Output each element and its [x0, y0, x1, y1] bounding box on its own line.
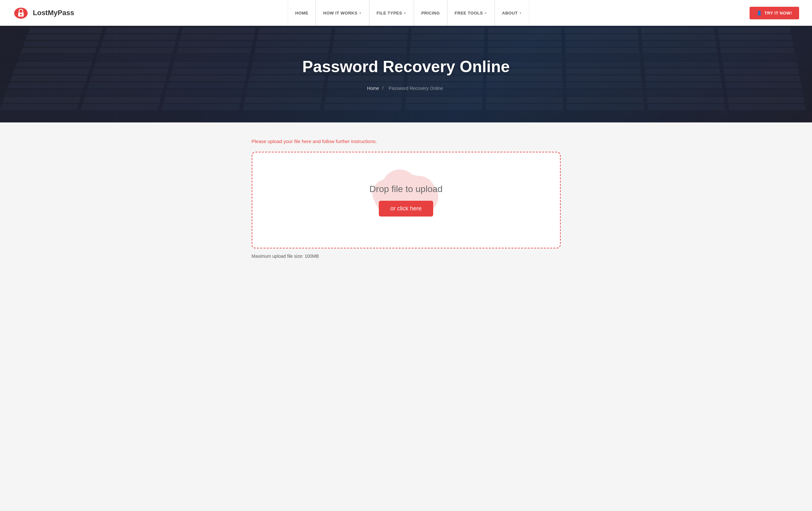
breadcrumb-separator: / — [382, 86, 384, 91]
svg-rect-11 — [422, 226, 432, 228]
chevron-down-icon: ▼ — [403, 11, 406, 15]
hero-content: Password Recovery Online Home / Password… — [302, 57, 510, 91]
nav-link-pricing[interactable]: PRICING — [414, 0, 447, 26]
navbar: LostMyPass HOME HOW IT WORKS ▼ FILE TYPE… — [0, 0, 812, 26]
svg-marker-9 — [390, 215, 422, 232]
chevron-down-icon: ▼ — [484, 11, 487, 15]
nav-item-about: ABOUT ▼ — [495, 0, 529, 26]
nav-item-how-it-works: HOW IT WORKS ▼ — [316, 0, 369, 26]
nav-link-free-tools[interactable]: FREE TOOLS ▼ — [447, 0, 495, 26]
nav-item-home: HOME — [288, 0, 316, 26]
chevron-down-icon: ▼ — [519, 11, 522, 15]
nav-link-home[interactable]: HOME — [288, 0, 316, 26]
upload-drop-text: Drop file to upload — [370, 184, 442, 194]
breadcrumb-current-page: Password Recovery Online — [389, 86, 443, 91]
nav-item-file-types: FILE TYPES ▼ — [369, 0, 414, 26]
try-it-now-button[interactable]: 👤 TRY IT NOW! — [750, 7, 799, 19]
breadcrumb: Home / Password Recovery Online — [302, 86, 510, 91]
nav-item-free-tools: FREE TOOLS ▼ — [447, 0, 495, 26]
main-content: Please upload your file here and follow … — [245, 123, 567, 285]
nav-link-file-types[interactable]: FILE TYPES ▼ — [369, 0, 414, 26]
chevron-down-icon: ▼ — [359, 11, 362, 15]
breadcrumb-home-link[interactable]: Home — [367, 86, 379, 91]
user-icon: 👤 — [757, 11, 762, 16]
upload-click-button[interactable]: or click here — [379, 201, 433, 216]
upload-instruction: Please upload your file here and follow … — [252, 138, 561, 144]
hero-section: Password Recovery Online Home / Password… — [0, 26, 812, 123]
brand-icon — [13, 6, 29, 19]
nav-item-pricing: PRICING — [414, 0, 447, 26]
upload-dropzone[interactable]: Drop file to upload or click here — [252, 152, 561, 248]
hero-title: Password Recovery Online — [302, 57, 510, 76]
brand-logo-link[interactable]: LostMyPass — [13, 6, 74, 19]
svg-rect-3 — [21, 15, 22, 16]
upload-file-size-note: Maximum upload file size: 100MB — [252, 253, 561, 259]
upload-cloud-bg-icon — [252, 153, 560, 248]
nav-menu: HOME HOW IT WORKS ▼ FILE TYPES ▼ PRICING… — [288, 0, 529, 26]
svg-rect-10 — [380, 226, 390, 228]
nav-link-about[interactable]: ABOUT ▼ — [495, 0, 529, 26]
nav-link-how-it-works[interactable]: HOW IT WORKS ▼ — [316, 0, 369, 26]
brand-name-text: LostMyPass — [33, 9, 74, 17]
